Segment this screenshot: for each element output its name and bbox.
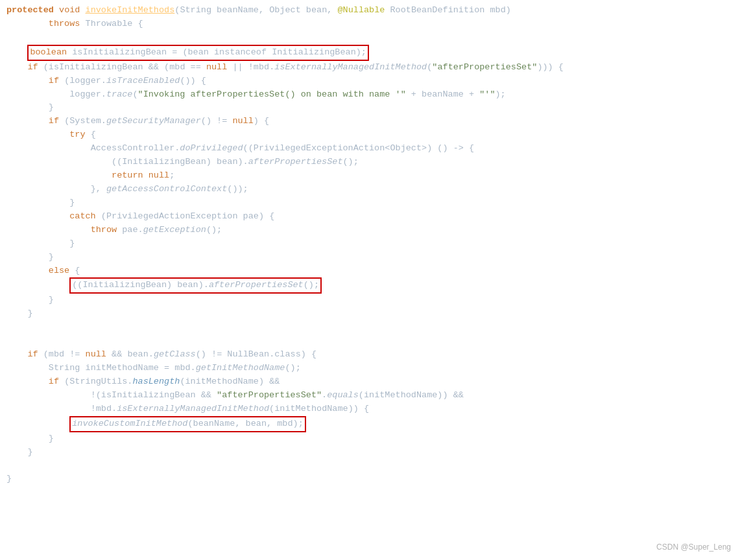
code-line-8: } (0, 101, 740, 115)
code-line-18: } (0, 237, 740, 251)
code-container: protected void invokeInitMethods(String … (0, 0, 740, 560)
code-line-1: protected void invokeInitMethods(String … (0, 4, 740, 18)
code-line-15: } (0, 196, 740, 210)
code-line-20: else { (0, 264, 740, 278)
code-line-29: !(isInitializingBean && "afterProperties… (0, 389, 740, 402)
code-line-11: AccessController.doPrivileged((Privilege… (0, 142, 740, 156)
highlight-box-1: boolean isInitializingBean = (bean insta… (27, 45, 369, 61)
code-line-22: } (0, 294, 740, 307)
highlight-box-2: ((InitializingBean) bean).afterPropertie… (69, 277, 322, 294)
code-line-24 (0, 321, 740, 334)
keyword-protected: protected (6, 5, 54, 15)
code-line-19: } (0, 251, 740, 264)
code-line-10: try { (0, 128, 740, 142)
code-line-28: if (StringUtils.hasLength(initMethodName… (0, 375, 740, 389)
code-line-14: }, getAccessControlContext()); (0, 183, 740, 196)
code-line-21: ((InitializingBean) bean).afterPropertie… (0, 277, 740, 294)
code-line-6: if (logger.isTraceEnabled()) { (0, 75, 740, 88)
code-line-34 (0, 459, 740, 472)
code-line-13: return null; (0, 169, 740, 183)
code-line-12: ((InitializingBean) bean).afterPropertie… (0, 156, 740, 169)
code-line-35: } (0, 472, 740, 486)
code-line-3 (0, 31, 740, 45)
code-line-4: boolean isInitializingBean = (bean insta… (0, 45, 740, 61)
method-invokeInitMethods: invokeInitMethods (86, 5, 175, 15)
code-line-17: throw pae.getException(); (0, 224, 740, 237)
code-line-31: invokeCustomInitMethod(beanName, bean, m… (0, 416, 740, 432)
code-line-16: catch (PrivilegedActionException pae) { (0, 210, 740, 224)
code-line-7: logger.trace("Invoking afterPropertiesSe… (0, 88, 740, 102)
highlight-box-3: invokeCustomInitMethod(beanName, bean, m… (69, 416, 306, 432)
keyword-void: void (59, 5, 80, 15)
code-line-27: String initMethodName = mbd.getInitMetho… (0, 362, 740, 375)
code-line-5: if (isInitializingBean && (mbd == null |… (0, 61, 740, 75)
code-line-32: } (0, 432, 740, 446)
code-line-25 (0, 334, 740, 348)
code-line-2: throws Throwable { (0, 18, 740, 31)
code-line-9: if (System.getSecurityManager() != null)… (0, 115, 740, 128)
watermark: CSDN @Super_Leng (656, 541, 731, 554)
code-line-33: } (0, 446, 740, 460)
code-line-23: } (0, 307, 740, 321)
code-line-30: !mbd.isExternallyManagedInitMethod(initM… (0, 402, 740, 416)
code-line-26: if (mbd != null && bean.getClass() != Nu… (0, 348, 740, 362)
